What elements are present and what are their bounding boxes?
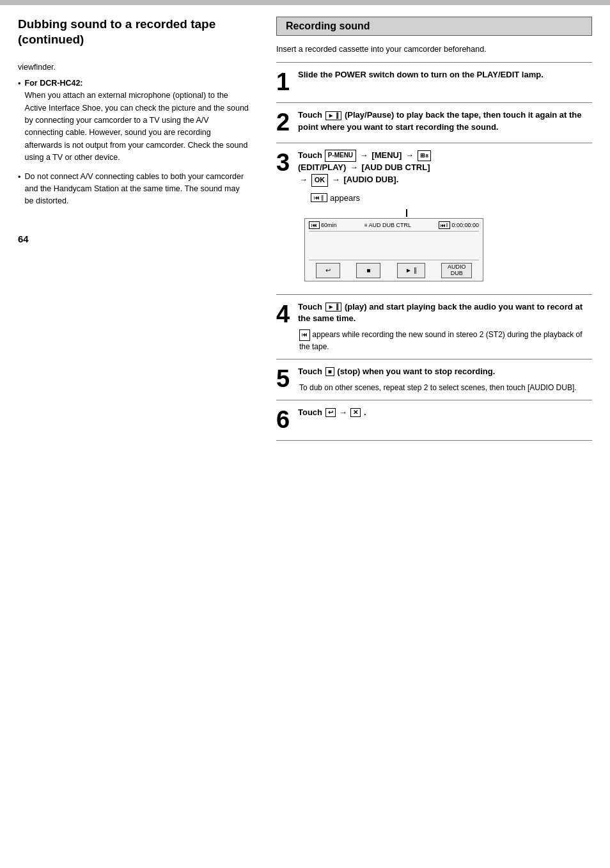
bullet-item-1: • For DCR-HC42: When you attach an exter… bbox=[18, 77, 249, 164]
divider-5 bbox=[276, 400, 592, 400]
step-3-text: Touch P-MENU → [MENU] → ⊞8 (EDIT/PLAY) →… bbox=[298, 150, 592, 187]
screen-right: ⏮‖ 0:00:00:00 bbox=[439, 221, 479, 229]
section-header: Recording sound bbox=[276, 17, 592, 36]
arrow-2: → bbox=[405, 150, 414, 160]
step-5-number: 5 bbox=[276, 366, 292, 393]
arrow-1: → bbox=[360, 150, 368, 160]
cam-btn-back[interactable]: ↩ bbox=[316, 263, 340, 278]
step-2-content: Touch ► ‖ (Play/Pause) to play back the … bbox=[298, 109, 592, 134]
step-6-text: Touch ↩ → ✕ . bbox=[298, 407, 592, 419]
intro-text: Insert a recorded cassette into your cam… bbox=[276, 43, 592, 56]
cam-btn-audio-dub[interactable]: AUDIODUB bbox=[441, 263, 472, 278]
cam-screen: ⏮ 60min ≡ AUD DUB CTRL ⏮‖ bbox=[304, 218, 483, 281]
play-pause-icon: ► ‖ bbox=[325, 111, 342, 120]
page: Dubbing sound to a recorded tape (contin… bbox=[0, 0, 610, 868]
cam-btn-stop[interactable]: ■ bbox=[356, 263, 380, 278]
cam-screen-bottom: ↩ ■ ► ‖ AUDIODUB bbox=[309, 260, 479, 278]
stop-icon: ■ bbox=[325, 367, 334, 376]
bullet-dot-2: • bbox=[18, 171, 21, 184]
cam-screen-top: ⏮ 60min ≡ AUD DUB CTRL ⏮‖ bbox=[309, 221, 479, 232]
step-3: 3 Touch P-MENU → [MENU] → ⊞8 (EDIT/PLAY)… bbox=[276, 150, 592, 288]
arrow-5: → bbox=[332, 175, 340, 184]
step-6: 6 Touch ↩ → ✕ . bbox=[276, 407, 592, 434]
bullet-content-2: Do not connect A/V connecting cables to … bbox=[25, 171, 249, 208]
divider-0 bbox=[276, 62, 592, 63]
divider-3 bbox=[276, 294, 592, 295]
divider-1 bbox=[276, 102, 592, 103]
viewfinder-text: viewfinder. bbox=[18, 61, 249, 74]
screen-cassette-icon: ⏮ 60min bbox=[309, 221, 337, 229]
step-5: 5 Touch ■ (stop) when you want to stop r… bbox=[276, 366, 592, 393]
arrow-4: → bbox=[299, 175, 308, 184]
screen-body bbox=[309, 241, 479, 260]
step-1: 1 Slide the POWER switch down to turn on… bbox=[276, 69, 592, 96]
left-body: viewfinder. • For DCR-HC42: When you att… bbox=[18, 61, 249, 208]
bullet-text-1: When you attach an external microphone (… bbox=[25, 91, 249, 162]
bullet-text-2: Do not connect A/V connecting cables to … bbox=[25, 172, 244, 206]
step-1-text: Slide the POWER switch down to turn on t… bbox=[298, 69, 592, 81]
step-3-content: Touch P-MENU → [MENU] → ⊞8 (EDIT/PLAY) →… bbox=[298, 150, 592, 288]
back-icon: ↩ bbox=[325, 408, 336, 417]
close-icon: ✕ bbox=[350, 408, 361, 417]
page-title: Dubbing sound to a recorded tape (contin… bbox=[18, 17, 249, 47]
divider-2 bbox=[276, 143, 592, 143]
ok-icon: OK bbox=[311, 174, 329, 187]
step-2: 2 Touch ► ‖ (Play/Pause) to play back th… bbox=[276, 109, 592, 136]
step-5-text: Touch ■ (stop) when you want to stop rec… bbox=[298, 366, 592, 378]
bullet-content-1: For DCR-HC42: When you attach an externa… bbox=[25, 77, 249, 164]
cam-btn-play[interactable]: ► ‖ bbox=[397, 263, 425, 278]
play-icon: ► ‖ bbox=[325, 303, 342, 312]
step-4-sub: ⏮ appears while recording the new sound … bbox=[299, 329, 592, 352]
step-6-content: Touch ↩ → ✕ . bbox=[298, 407, 592, 419]
top-bar bbox=[0, 0, 610, 5]
step-3-number: 3 bbox=[276, 150, 292, 177]
cassette-play-icon: ⏮‖ bbox=[311, 193, 327, 202]
arrow-3: → bbox=[350, 162, 358, 172]
edit-play-icon: ⊞8 bbox=[418, 150, 431, 161]
page-number: 64 bbox=[18, 214, 249, 244]
step-4-content: Touch ► ‖ (play) and start playing back … bbox=[298, 301, 592, 352]
step-2-text: Touch ► ‖ (Play/Pause) to play back the … bbox=[298, 109, 592, 134]
screen-mid-text: ≡ AUD DUB CTRL bbox=[364, 222, 411, 228]
right-column: Recording sound Insert a recorded casset… bbox=[267, 17, 592, 856]
step-1-number: 1 bbox=[276, 69, 292, 96]
step-5-sub: To dub on other scenes, repeat step 2 to… bbox=[299, 382, 592, 393]
step-2-number: 2 bbox=[276, 109, 292, 136]
appears-text: appears bbox=[330, 193, 360, 203]
left-column: Dubbing sound to a recorded tape (contin… bbox=[18, 17, 267, 856]
pmenu-icon: P-MENU bbox=[325, 150, 356, 162]
step-4: 4 Touch ► ‖ (play) and start playing bac… bbox=[276, 301, 592, 352]
step-5-content: Touch ■ (stop) when you want to stop rec… bbox=[298, 366, 592, 393]
step-6-number: 6 bbox=[276, 407, 292, 434]
content-area: Dubbing sound to a recorded tape (contin… bbox=[0, 5, 610, 868]
divider-4 bbox=[276, 359, 592, 359]
bullet-label-1: For DCR-HC42: bbox=[25, 79, 83, 88]
step-4-number: 4 bbox=[276, 301, 292, 328]
step-1-content: Slide the POWER switch down to turn on t… bbox=[298, 69, 592, 81]
screen-mockup: ⏮ 60min ≡ AUD DUB CTRL ⏮‖ bbox=[304, 209, 509, 281]
step-4-text: Touch ► ‖ (play) and start playing back … bbox=[298, 301, 592, 326]
divider-6 bbox=[276, 440, 592, 441]
bullet-dot-1: • bbox=[18, 77, 21, 90]
arrow-6: → bbox=[339, 407, 347, 419]
appears-label: ⏮‖ appears bbox=[311, 193, 592, 203]
bullet-item-2: • Do not connect A/V connecting cables t… bbox=[18, 171, 249, 208]
